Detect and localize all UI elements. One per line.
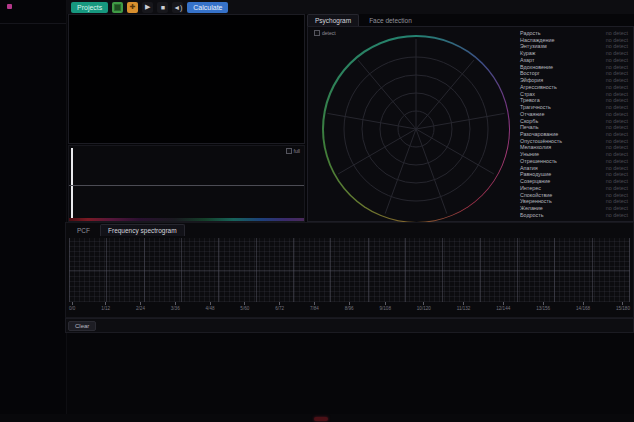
emotion-label: Меланхолия	[520, 144, 551, 150]
emotion-row: Отрешенность no detect	[520, 158, 628, 164]
waveform-spectrum-strip	[69, 218, 304, 221]
tick-label: 2/24	[136, 306, 145, 311]
checkbox-icon	[314, 30, 320, 36]
gridline	[256, 238, 257, 302]
emotion-label: Апатия	[520, 165, 538, 171]
emotion-row: Тревога no detect	[520, 97, 628, 103]
emotion-row: Наслаждение no detect	[520, 37, 628, 43]
tick-mark	[279, 302, 280, 305]
emotion-label: Бодрость	[520, 212, 544, 218]
axis-tick: 0/0	[69, 302, 75, 315]
tick-label: 4/48	[206, 306, 215, 311]
tick-mark	[503, 302, 504, 305]
emotion-label: Скорбь	[520, 118, 538, 124]
emotion-value: no detect	[606, 84, 628, 90]
emotion-row: Желание no detect	[520, 205, 628, 211]
emotion-value: no detect	[606, 124, 628, 130]
emotion-value: no detect	[606, 97, 628, 103]
playhead-cursor[interactable]	[71, 148, 73, 218]
emotion-row: Кураж no detect	[520, 50, 628, 56]
tab-psychogram[interactable]: Psychogram	[307, 14, 359, 26]
emotion-value: no detect	[606, 43, 628, 49]
tick-label: 12/144	[496, 306, 510, 311]
emotion-row: Спокойствие no detect	[520, 192, 628, 198]
tick-mark	[140, 302, 141, 305]
axis-tick: 14/168	[576, 302, 590, 315]
axis-tick: 10/120	[417, 302, 431, 315]
psychogram-tabbar: Psychogram Face detection	[307, 12, 634, 26]
axis-tick: 15/180	[616, 302, 630, 315]
emotion-value: no detect	[606, 131, 628, 137]
emotion-value: no detect	[606, 171, 628, 177]
emotion-label: Наслаждение	[520, 37, 554, 43]
tick-mark	[210, 302, 211, 305]
tick-label: 5/60	[240, 306, 249, 311]
gridline	[368, 238, 369, 302]
emotion-list: Радость no detect Наслаждение no detect …	[520, 30, 628, 218]
tab-pcf[interactable]: PCF	[69, 224, 98, 236]
emotion-label: Созерцание	[520, 178, 550, 184]
emotion-value: no detect	[606, 198, 628, 204]
tick-label: 14/168	[576, 306, 590, 311]
emotion-label: Страх	[520, 91, 535, 97]
emotion-value: no detect	[606, 118, 628, 124]
tick-mark	[244, 302, 245, 305]
emotion-label: Отчаяние	[520, 111, 544, 117]
tick-label: 8/96	[345, 306, 354, 311]
axis-tick: 11/132	[457, 302, 471, 315]
spectrogram-tabbar: PCF Frequency spectrogram	[66, 223, 633, 236]
psychogram-panel: Psychogram Face detection detect	[307, 12, 634, 222]
emotion-label: Трагичность	[520, 104, 551, 110]
emotion-row: Отчаяние no detect	[520, 111, 628, 117]
emotion-row: Энтузиазм no detect	[520, 43, 628, 49]
camera-button[interactable]	[112, 2, 123, 13]
projects-button[interactable]: Projects	[71, 2, 108, 13]
emotion-row: Агрессивность no detect	[520, 84, 628, 90]
tick-label: 3/36	[171, 306, 180, 311]
gridline	[480, 238, 481, 302]
emotion-label: Интерес	[520, 185, 541, 191]
emotion-row: Бодрость no detect	[520, 212, 628, 218]
sidebar	[0, 0, 67, 422]
axis-tick: 5/60	[240, 302, 249, 315]
emotion-row: Радость no detect	[520, 30, 628, 36]
spectrogram-grid[interactable]	[69, 238, 630, 302]
emotion-value: no detect	[606, 70, 628, 76]
tick-mark	[385, 302, 386, 305]
tab-frequency-spectrogram[interactable]: Frequency spectrogram	[100, 224, 185, 236]
emotion-label: Разочарование	[520, 131, 558, 137]
emotion-row: Апатия no detect	[520, 165, 628, 171]
checkbox-icon	[286, 148, 292, 154]
play-icon: ▶	[145, 3, 150, 11]
emotion-label: Энтузиазм	[520, 43, 547, 49]
stop-button[interactable]: ■	[157, 2, 168, 13]
tick-label: 1/12	[101, 306, 110, 311]
emotion-label: Спокойствие	[520, 192, 552, 198]
full-checkbox[interactable]: full	[286, 148, 300, 154]
tick-label: 6/72	[275, 306, 284, 311]
emotion-label: Эйфория	[520, 77, 543, 83]
psychogram-body: detect	[307, 26, 634, 222]
add-source-button[interactable]: ✚	[127, 2, 138, 13]
waveform-panel[interactable]: full	[68, 145, 305, 222]
tick-mark	[175, 302, 176, 305]
tick-mark	[463, 302, 464, 305]
taskbar-indicator	[314, 417, 328, 421]
tick-label: 13/156	[536, 306, 550, 311]
speaker-icon: ◄)	[173, 4, 182, 11]
play-button[interactable]: ▶	[142, 2, 153, 13]
emotion-value: no detect	[606, 165, 628, 171]
emotion-value: no detect	[606, 151, 628, 157]
gridline	[517, 238, 518, 302]
tab-face-detection[interactable]: Face detection	[361, 14, 420, 26]
gridline	[144, 238, 145, 302]
gridline	[106, 238, 107, 302]
emotion-row: Страх no detect	[520, 91, 628, 97]
gridline	[629, 238, 630, 302]
mute-button[interactable]: ◄)	[172, 2, 183, 13]
clear-button[interactable]: Clear	[68, 321, 96, 331]
gridline	[442, 238, 443, 302]
calculate-button[interactable]: Calculate	[187, 2, 228, 13]
tick-label: 0/0	[69, 306, 75, 311]
emotion-value: no detect	[606, 30, 628, 36]
